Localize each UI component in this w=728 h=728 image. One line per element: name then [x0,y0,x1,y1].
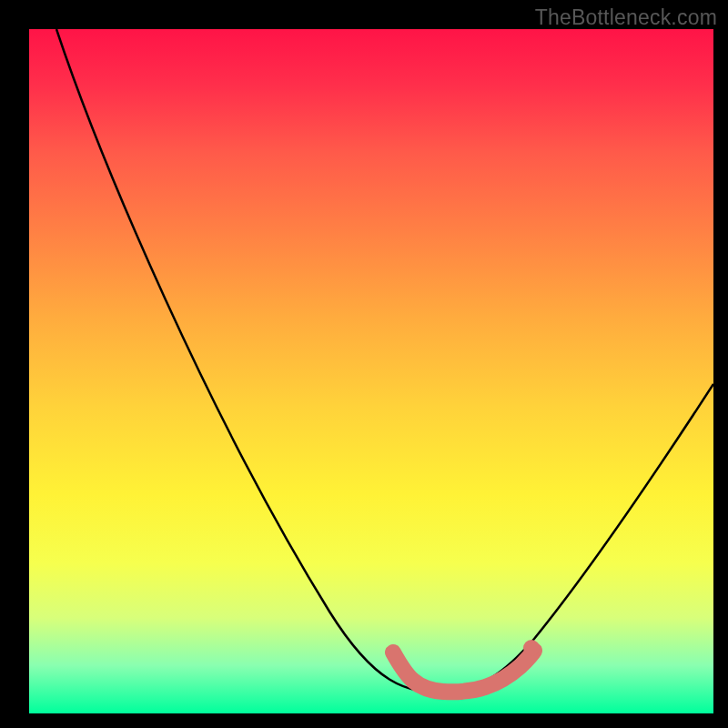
watermark-text: TheBottleneck.com [535,5,717,30]
chart-area [29,29,713,713]
bottleneck-curve [29,29,713,713]
highlight-band [393,651,534,692]
highlight-endcap [523,640,540,656]
curve-path [56,29,713,692]
